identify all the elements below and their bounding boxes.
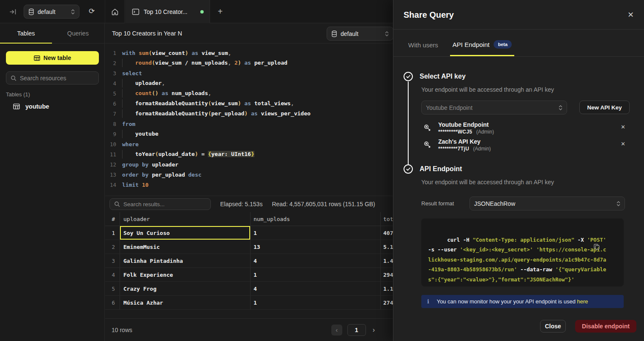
collapse-sidebar-icon[interactable] — [8, 7, 18, 16]
sql-line: 12group by uploader — [105, 159, 393, 169]
copy-icon[interactable] — [593, 224, 619, 270]
sql-line: 10where — [105, 139, 393, 149]
column-header-uploader[interactable]: uploader — [120, 212, 251, 226]
key-icon — [423, 123, 432, 133]
disable-endpoint-button[interactable]: Disable endpoint — [575, 320, 636, 333]
sql-text: toYear(upload_date) = {year: UInt16} — [122, 150, 254, 158]
api-endpoint-heading: API Endpoint — [420, 165, 462, 173]
new-table-button[interactable]: New table — [6, 51, 99, 65]
sql-text: youtube — [122, 130, 158, 138]
column-header-#[interactable]: # — [105, 212, 120, 226]
total-views-cell[interactable]: 5.1 — [381, 240, 393, 254]
sql-text: group by uploader — [122, 161, 178, 168]
query-tab[interactable]: Top 10 Creator... — [125, 0, 210, 23]
results-table-header: #uploadernum_uploadstot — [105, 212, 393, 226]
new-api-key-button[interactable]: New API Key — [579, 101, 630, 114]
table-row[interactable]: 5Crazy Frog41.1 — [105, 282, 393, 296]
next-page-button[interactable]: › — [371, 326, 377, 334]
table-row[interactable]: 4Folk Experience1294 — [105, 268, 393, 282]
api-endpoint-subtitle: Your endpoint will be accessed through a… — [421, 179, 554, 186]
column-header-num_uploads[interactable]: num_uploads — [251, 212, 381, 226]
share-query-panel: Share Query ✕ With usersAPI Endpointbeta… — [393, 0, 644, 341]
total-views-cell[interactable]: 294 — [381, 268, 393, 281]
close-icon[interactable]: ✕ — [628, 11, 634, 19]
sql-text: where — [122, 141, 139, 147]
banner-here-link[interactable]: here — [577, 298, 588, 305]
column-header-tot[interactable]: tot — [381, 212, 393, 226]
uploader-cell[interactable]: Folk Experience — [120, 268, 251, 281]
sidebar-tab-tables[interactable]: Tables — [0, 23, 52, 43]
line-number: 5 — [105, 90, 116, 97]
uploader-cell[interactable]: Crazy Frog — [120, 282, 251, 295]
unsaved-dot-icon — [200, 10, 204, 14]
editor-database-selector[interactable]: default — [327, 27, 393, 41]
api-key-dropdown[interactable]: Youtube Endpoint — [421, 101, 567, 115]
new-tab-button[interactable]: + — [210, 0, 230, 23]
api-key-role: (Admin) — [472, 146, 491, 152]
sidebar: TablesQueries New table Search resources… — [0, 23, 105, 341]
results-toolbar: Search results... Elapsed: 5.153s Read: … — [105, 196, 393, 212]
sql-text: from — [122, 121, 135, 127]
api-key-name: Youtube Endpoint — [438, 121, 489, 128]
sql-line: 3select — [105, 68, 393, 78]
num-uploads-cell[interactable]: 1 — [251, 268, 381, 281]
beta-badge: beta — [494, 40, 512, 49]
line-number: 1 — [105, 50, 116, 56]
table-row[interactable]: 6Música Azhar1274 — [105, 296, 393, 310]
result-format-value: JSONEachRow — [474, 200, 613, 207]
new-table-label: New table — [44, 55, 71, 61]
close-button[interactable]: Close — [540, 320, 566, 333]
uploader-cell[interactable]: Galinha Pintadinha — [120, 254, 251, 267]
num-uploads-cell[interactable]: 13 — [251, 240, 381, 254]
total-views-cell[interactable]: 407 — [381, 226, 393, 240]
sql-text: round(view_sum / num_uploads, 2) as per_… — [122, 59, 287, 67]
result-format-dropdown[interactable]: JSONEachRow — [469, 196, 625, 210]
sql-line: 1with sum(view_count) as view_sum, — [105, 48, 393, 58]
info-icon: i — [427, 299, 429, 305]
sql-line: 2round(view_sum / num_uploads, 2) as per… — [105, 58, 393, 68]
query-tab-label: Top 10 Creator... — [144, 8, 196, 15]
tab-api-endpoint[interactable]: API Endpointbeta — [453, 40, 512, 56]
sql-editor[interactable]: 1with sum(view_count) as view_sum,2round… — [105, 48, 393, 190]
database-icon — [28, 8, 34, 15]
refresh-icon[interactable]: ⟳ — [87, 7, 96, 16]
sidebar-search-input[interactable]: Search resources — [6, 71, 99, 85]
total-views-cell[interactable]: 1.4 — [381, 254, 393, 267]
line-number: 6 — [105, 101, 116, 107]
num-uploads-cell[interactable]: 4 — [251, 254, 381, 267]
num-uploads-cell[interactable]: 4 — [251, 282, 381, 295]
table-row[interactable]: 2EminemMusic135.1 — [105, 240, 393, 254]
sidebar-tab-queries[interactable]: Queries — [52, 23, 104, 43]
total-views-cell[interactable]: 1.1 — [381, 282, 393, 295]
tab-with-users[interactable]: With users — [408, 41, 438, 56]
total-views-cell[interactable]: 274 — [381, 296, 393, 309]
remove-key-icon[interactable]: ✕ — [621, 124, 625, 130]
row-number: 3 — [105, 254, 120, 267]
uploader-cell[interactable]: EminemMusic — [120, 240, 251, 254]
sql-text: formatReadableQuantity(per_upload) as vi… — [122, 109, 311, 118]
home-button[interactable] — [105, 0, 125, 23]
tab-label: API Endpoint — [453, 41, 490, 48]
table-row[interactable]: 1Soy Un Curioso1407 — [105, 226, 393, 240]
uploader-cell[interactable]: Soy Un Curioso — [120, 226, 251, 240]
current-page-button[interactable]: 1 — [347, 324, 366, 336]
api-key-item: Youtube Endpoint*********WCJ5 (Admin)✕ — [393, 120, 644, 137]
remove-key-icon[interactable]: ✕ — [621, 141, 625, 147]
line-number: 12 — [105, 161, 116, 168]
sql-text: order by per_upload desc — [122, 172, 202, 178]
table-row[interactable]: 3Galinha Pintadinha41.4 — [105, 254, 393, 268]
prev-page-button[interactable]: ‹ — [331, 325, 342, 336]
database-selector[interactable]: default — [24, 5, 79, 19]
sql-text: with sum(view_count) as view_sum, — [122, 50, 231, 56]
results-search-input[interactable]: Search results... — [109, 198, 211, 210]
sql-text: limit 10 — [122, 182, 149, 188]
sidebar-item-youtube[interactable]: youtube — [0, 100, 105, 113]
sql-line: 8from — [105, 119, 393, 129]
step1-check-icon — [404, 72, 413, 81]
sql-text: count() as num_uploads, — [122, 89, 211, 98]
uploader-cell[interactable]: Música Azhar — [120, 296, 251, 309]
sql-line: 11toYear(upload_date) = {year: UInt16} — [105, 149, 393, 159]
num-uploads-cell[interactable]: 1 — [251, 226, 381, 240]
line-number: 14 — [105, 182, 116, 188]
num-uploads-cell[interactable]: 1 — [251, 296, 381, 309]
